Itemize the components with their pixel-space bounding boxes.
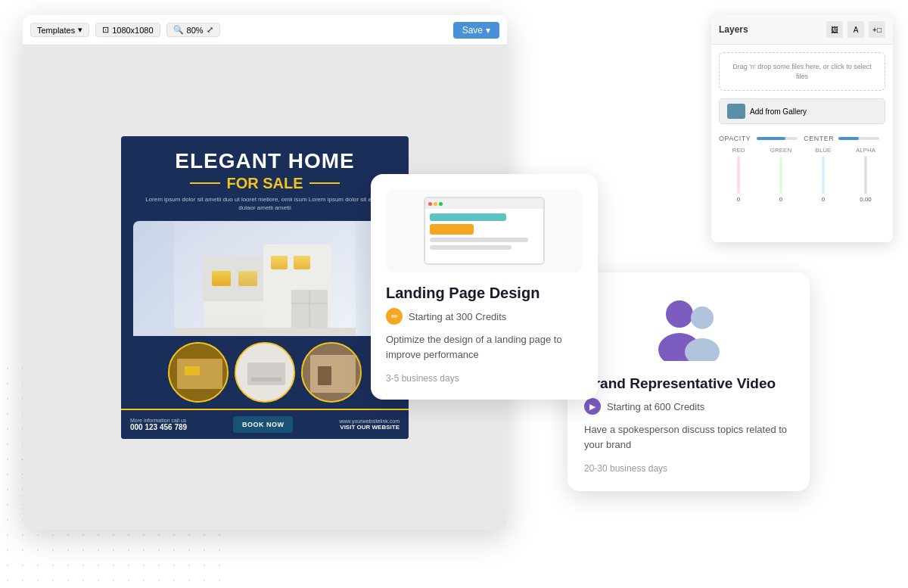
- thumbnail-3: [301, 342, 362, 403]
- footer-contact: More information call us 000 123 456 789: [130, 418, 187, 431]
- templates-arrow: ▾: [78, 25, 82, 35]
- brand-card-title: Brand Representative Video: [584, 375, 793, 392]
- svg-point-21: [666, 300, 693, 328]
- visit-website-label: VISIT OUR WEBSITE: [339, 424, 400, 431]
- blue-slider[interactable]: [822, 156, 825, 194]
- landing-card-credits: ✏ Starting at 300 Credits: [386, 308, 583, 325]
- mini-block-gray1: [430, 238, 528, 242]
- brand-card-credits: ▶ Starting at 600 Credits: [584, 398, 793, 415]
- zoom-icon: 🔍: [173, 25, 184, 35]
- brand-representative-card: Brand Representative Video ▶ Starting at…: [568, 272, 810, 491]
- green-slider-col: GREEN 0: [761, 147, 801, 203]
- mini-block-teal: [430, 213, 506, 221]
- house-svg: [174, 222, 356, 335]
- save-button[interactable]: Save ▾: [453, 22, 499, 39]
- layers-icon-text[interactable]: A: [847, 21, 864, 38]
- flyer-title: ELEGANT HOME: [136, 150, 393, 173]
- opacity-row: OPACITY CENTER: [719, 135, 885, 142]
- landing-card-preview: [386, 189, 583, 272]
- brand-card-description: Have a spokesperson discuss topics relat…: [584, 422, 793, 452]
- landing-card-description: Optimize the design of a landing page to…: [386, 332, 583, 362]
- flyer-header: ELEGANT HOME FOR SALE Lorem ipsum dolor …: [121, 136, 409, 221]
- book-now-button[interactable]: BOOK NOW: [233, 416, 294, 433]
- contact-label: More information call us: [130, 418, 186, 423]
- center-label: CENTER: [804, 135, 834, 142]
- center-fill: [838, 137, 859, 140]
- svg-point-23: [691, 306, 714, 329]
- brand-credits-icon: ▶: [584, 398, 601, 415]
- size-input[interactable]: ⊡ 1080x1080: [95, 23, 160, 37]
- credits-icon: ✏: [386, 308, 403, 325]
- zoom-control[interactable]: 🔍 80% ⤢: [166, 23, 220, 37]
- svg-rect-14: [185, 366, 200, 375]
- blue-value: 0: [822, 196, 825, 203]
- save-label: Save: [462, 25, 483, 36]
- book-now-label: BOOK NOW: [242, 421, 285, 428]
- mini-browser: [424, 197, 545, 265]
- save-dropdown-arrow: ▾: [486, 25, 490, 36]
- svg-rect-4: [238, 271, 257, 286]
- brand-card-days: 20-30 business days: [584, 463, 667, 474]
- alpha-slider-col: ALPHA 0.00: [846, 147, 885, 203]
- upload-area[interactable]: Drag 'n' drop some files here, or click …: [719, 52, 885, 91]
- flyer-hero-image: [133, 221, 396, 336]
- footer-website: www.yourwebsitelink.com VISIT OUR WEBSIT…: [339, 418, 400, 431]
- red-slider[interactable]: [737, 156, 740, 194]
- svg-rect-17: [251, 378, 281, 381]
- mini-block-gray2: [430, 245, 512, 250]
- templates-label: Templates: [37, 26, 75, 35]
- flyer-description: Lorem ipsum dolor sit ametii duo ut loor…: [136, 195, 393, 212]
- alpha-value: 0.00: [860, 196, 872, 203]
- scene: +++++ +++++ +++++ +++++ Templates ▾ ⊡ 10…: [0, 0, 908, 588]
- svg-rect-19: [310, 355, 356, 393]
- mini-block-orange: [430, 224, 474, 235]
- resize-icon: ⊡: [102, 25, 109, 35]
- svg-rect-16: [247, 362, 285, 385]
- svg-rect-20: [318, 366, 331, 385]
- flyer-thumbnails: [121, 336, 409, 409]
- zoom-expand-icon: ⤢: [207, 25, 213, 35]
- blue-label: BLUE: [816, 147, 832, 154]
- red-slider-col: RED 0: [719, 147, 758, 203]
- layers-icon-image[interactable]: 🖼: [826, 21, 843, 38]
- templates-dropdown[interactable]: Templates ▾: [30, 23, 89, 37]
- flyer-footer: More information call us 000 123 456 789…: [121, 409, 409, 439]
- website-url: www.yourwebsitelink.com: [339, 418, 400, 424]
- flyer-canvas: ELEGANT HOME FOR SALE Lorem ipsum dolor …: [121, 136, 409, 439]
- gallery-icon: [727, 104, 745, 119]
- add-gallery-label: Add from Gallery: [750, 107, 807, 116]
- svg-rect-11: [174, 328, 356, 335]
- alpha-slider[interactable]: [864, 156, 867, 194]
- green-slider[interactable]: [779, 156, 782, 194]
- opacity-slider[interactable]: [757, 137, 798, 140]
- thumbnail-2: [235, 342, 295, 403]
- svg-rect-3: [212, 271, 231, 286]
- layers-icon-add[interactable]: +□: [869, 21, 885, 38]
- landing-page-card: Landing Page Design ✏ Starting at 300 Cr…: [371, 174, 598, 400]
- add-from-gallery-button[interactable]: Add from Gallery: [719, 98, 885, 124]
- layers-panel-title: Layers: [719, 24, 748, 35]
- avatar-svg: [643, 293, 734, 361]
- green-label: GREEN: [770, 147, 791, 154]
- alpha-label: ALPHA: [856, 147, 875, 154]
- red-value: 0: [737, 196, 740, 203]
- landing-card-days: 3-5 business days: [386, 373, 459, 384]
- size-value: 1080x1080: [112, 26, 153, 35]
- mini-browser-bar: [425, 198, 543, 209]
- green-value: 0: [779, 196, 782, 203]
- layers-panel-header: Layers 🖼 A +□: [711, 15, 893, 45]
- layers-sliders: OPACITY CENTER RED 0: [719, 132, 885, 206]
- color-sliders: RED 0 GREEN 0 BLUE: [719, 147, 885, 203]
- brand-credits-text: Starting at 600 Credits: [607, 401, 704, 412]
- upload-text: Drag 'n' drop some files here, or click …: [726, 62, 878, 81]
- layers-panel-icons: 🖼 A +□: [826, 21, 885, 38]
- mini-dot-red: [428, 202, 432, 206]
- zoom-value: 80%: [187, 26, 204, 35]
- thumbnail-1: [168, 342, 229, 403]
- flyer-subtitle: FOR SALE: [136, 175, 393, 192]
- svg-rect-9: [271, 256, 288, 269]
- mini-dot-green: [439, 202, 443, 206]
- center-slider[interactable]: [838, 137, 879, 140]
- opacity-fill: [757, 137, 785, 140]
- layers-body: Drag 'n' drop some files here, or click …: [711, 45, 893, 213]
